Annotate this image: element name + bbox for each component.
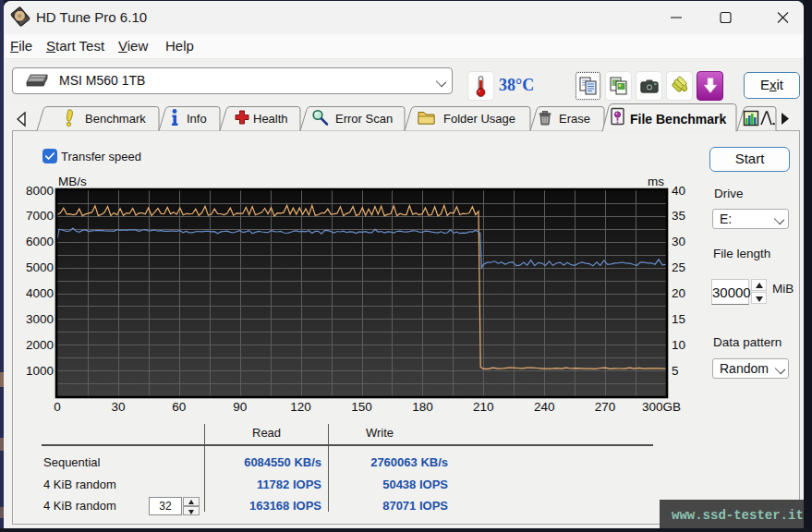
svg-text:20: 20 [672,286,685,300]
svg-text:2000: 2000 [26,338,54,352]
svg-text:270: 270 [595,400,616,414]
svg-text:40: 40 [672,184,685,198]
svg-text:150: 150 [351,400,372,414]
svg-text:0: 0 [54,400,61,414]
svg-text:5000: 5000 [26,260,54,274]
svg-text:4000: 4000 [26,286,54,300]
svg-text:210: 210 [473,400,494,414]
svg-text:6000: 6000 [26,235,54,248]
svg-text:25: 25 [672,260,685,274]
svg-text:90: 90 [233,400,247,414]
svg-text:30: 30 [111,400,125,414]
svg-text:ms: ms [648,175,664,188]
svg-text:5: 5 [672,364,679,378]
svg-text:120: 120 [290,400,311,414]
svg-text:7000: 7000 [26,209,54,223]
svg-text:MB/s: MB/s [58,175,87,188]
svg-text:300GB: 300GB [642,400,681,414]
svg-text:180: 180 [412,400,433,414]
svg-text:1000: 1000 [26,364,54,378]
svg-text:240: 240 [534,400,555,414]
svg-text:60: 60 [172,400,186,414]
svg-text:30: 30 [672,235,685,248]
svg-text:35: 35 [672,209,685,223]
svg-text:8000: 8000 [26,184,54,198]
svg-text:10: 10 [672,338,685,352]
svg-text:15: 15 [672,312,685,326]
svg-text:3000: 3000 [26,312,54,326]
